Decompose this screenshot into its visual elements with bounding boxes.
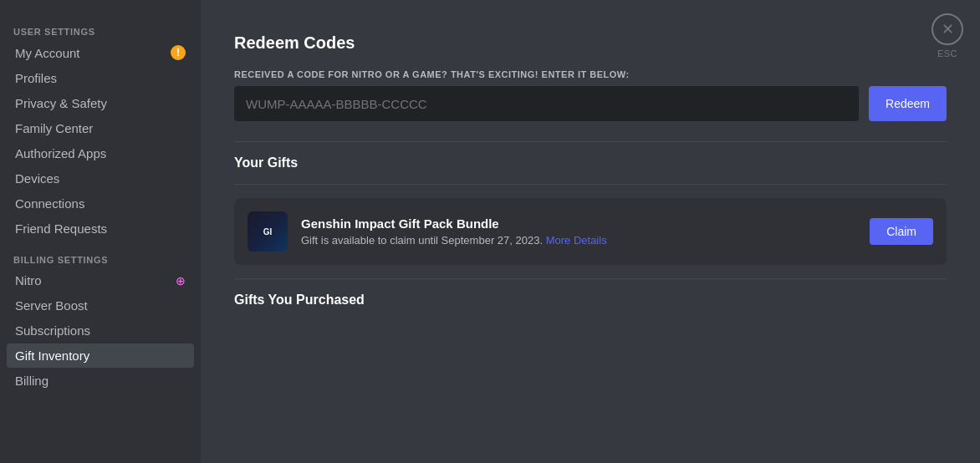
- redeem-section-label: Received a code for Nitro or a game? Tha…: [234, 69, 947, 79]
- sidebar-item-server-boost[interactable]: Server Boost: [7, 293, 194, 318]
- sidebar-item-label: Gift Inventory: [15, 349, 89, 363]
- page-title: Redeem Codes: [234, 33, 947, 53]
- redeem-button[interactable]: Redeem: [869, 86, 947, 121]
- gift-info: Genshin Impact Gift Pack Bundle Gift is …: [301, 216, 856, 247]
- sidebar-item-label: Profiles: [15, 71, 57, 85]
- divider-3: [234, 278, 947, 279]
- gift-name: Genshin Impact Gift Pack Bundle: [301, 216, 856, 231]
- sidebar-item-label: Billing: [15, 374, 48, 388]
- gift-game-icon: GI: [248, 211, 288, 252]
- sidebar-item-label: Subscriptions: [15, 323, 90, 338]
- sidebar-item-label: Authorized Apps: [15, 146, 106, 160]
- warning-badge: !: [171, 45, 186, 60]
- sidebar-item-my-account[interactable]: My Account !: [7, 40, 194, 65]
- your-gifts-title: Your Gifts: [234, 155, 947, 170]
- sidebar-item-connections[interactable]: Connections: [7, 191, 194, 216]
- sidebar-item-label: Connections: [15, 196, 84, 211]
- sidebar: User Settings My Account ! Profiles Priv…: [0, 0, 201, 463]
- user-settings-label: User Settings: [7, 13, 194, 40]
- sidebar-item-family-center[interactable]: Family Center: [7, 116, 194, 140]
- gift-description: Gift is available to claim until Septemb…: [301, 234, 856, 247]
- gift-desc-text: Gift is available to claim until Septemb…: [301, 234, 543, 247]
- sidebar-item-subscriptions[interactable]: Subscriptions: [7, 318, 194, 343]
- sidebar-item-label: Devices: [15, 171, 59, 186]
- sidebar-item-label: Privacy & Safety: [15, 96, 107, 110]
- sidebar-item-gift-inventory[interactable]: Gift Inventory: [7, 343, 194, 368]
- sidebar-item-label: My Account: [15, 46, 80, 60]
- gifts-purchased-title: Gifts You Purchased: [234, 293, 947, 308]
- sidebar-item-label: Nitro: [15, 273, 42, 287]
- divider-2: [234, 184, 947, 185]
- sidebar-item-billing[interactable]: Billing: [7, 369, 194, 393]
- redeem-row: Redeem: [234, 86, 947, 121]
- sidebar-item-label: Family Center: [15, 121, 93, 135]
- main-content: ✕ ESC Redeem Codes Received a code for N…: [201, 0, 980, 463]
- sidebar-item-authorized-apps[interactable]: Authorized Apps: [7, 141, 194, 165]
- sidebar-item-label: Server Boost: [15, 298, 88, 313]
- more-details-link[interactable]: More Details: [546, 234, 607, 247]
- sidebar-item-privacy-safety[interactable]: Privacy & Safety: [7, 91, 194, 115]
- redeem-input[interactable]: [234, 86, 859, 121]
- sidebar-item-friend-requests[interactable]: Friend Requests: [7, 216, 194, 241]
- nitro-icon: ⊕: [176, 274, 186, 287]
- gift-card: GI Genshin Impact Gift Pack Bundle Gift …: [234, 198, 947, 265]
- sidebar-item-nitro[interactable]: Nitro ⊕: [7, 268, 194, 293]
- billing-settings-label: Billing Settings: [7, 242, 194, 268]
- sidebar-item-devices[interactable]: Devices: [7, 166, 194, 191]
- sidebar-item-profiles[interactable]: Profiles: [7, 66, 194, 90]
- close-button[interactable]: ✕: [932, 13, 963, 45]
- divider-1: [234, 141, 947, 142]
- close-area[interactable]: ✕ ESC: [932, 13, 963, 59]
- claim-button[interactable]: Claim: [870, 218, 933, 245]
- sidebar-item-label: Friend Requests: [15, 221, 107, 236]
- esc-label: ESC: [937, 48, 957, 59]
